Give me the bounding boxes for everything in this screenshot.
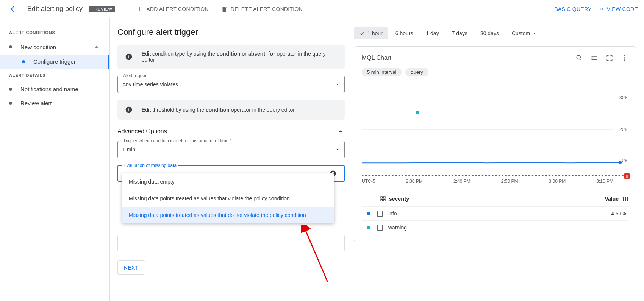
legend-header: severity Value [362,191,628,206]
dropdown-arrow-icon [335,147,340,152]
field-label: Alert trigger [122,73,148,78]
sidebar-item-label: Review alert [20,100,52,106]
time-range-30-days[interactable]: 30 days [475,27,504,39]
chart-chips: 5 min interval query [362,68,628,76]
field-label: Trigger when condition is met for this a… [122,138,233,143]
time-range-1-day[interactable]: 1 day [420,27,444,39]
svg-rect-4 [128,109,129,111]
svg-rect-1 [128,56,129,58]
legend-name: warning [388,225,624,231]
legend-value: - [624,225,626,231]
time-range-tabs: 1 hour 6 hours 1 day 7 days 30 days Cust… [354,27,636,39]
alert-trigger-select[interactable]: Alert trigger Any time series violates [117,76,345,93]
threshold-badge: 0 [624,173,630,179]
back-arrow-icon[interactable] [6,2,21,17]
add-condition-label: ADD ALERT CONDITION [146,6,209,12]
legend-checkbox-info[interactable] [377,211,383,217]
main-layout: ALERT CONDITIONS New condition Configure… [0,18,644,301]
time-range-6-hours[interactable]: 6 hours [390,27,419,39]
sidebar-item-new-condition[interactable]: New condition [0,39,109,55]
svg-rect-20 [625,197,626,201]
info-icon [125,53,133,61]
svg-rect-15 [381,197,383,198]
sidebar-item-review-alert[interactable]: Review alert [0,96,109,110]
dot-icon [9,45,12,48]
legend-row-info[interactable]: info 4.51% [362,206,628,220]
legend-name: info [388,211,611,217]
chart-tools [575,54,628,62]
chart-x-axis: UTC-5 2:30 PM 2:40 PM 2:50 PM 3:00 PM 3:… [362,179,628,184]
legend-col-severity: severity [389,196,409,202]
zoom-reset-icon[interactable] [575,54,583,62]
fullscreen-icon[interactable] [606,54,613,62]
dot-icon [9,88,12,91]
dropdown-option-missing-empty[interactable]: Missing data empty [122,173,334,190]
svg-rect-5 [128,108,129,109]
time-range-1-hour[interactable]: 1 hour [354,27,388,39]
check-icon [359,30,365,36]
x-tick-label: 3:00 PM [549,179,566,184]
svg-rect-19 [623,197,624,201]
chart-settings-icon[interactable] [591,54,598,62]
view-code-button[interactable]: VIEW CODE [598,6,638,12]
legend-row-warning[interactable]: warning - [362,220,628,234]
info-box-threshold: Edit threshold by using the condition op… [117,100,345,120]
legend-value: 4.51% [611,211,626,217]
placeholder-box [117,235,345,251]
legend-checkbox-warning[interactable] [377,225,383,231]
configure-heading: Configure alert trigger [117,27,345,37]
dropdown-option-missing-violate[interactable]: Missing data points treated as values th… [122,190,334,207]
sidebar: ALERT CONDITIONS New condition Configure… [0,18,110,301]
chip-query: query [405,68,428,76]
evaluation-missing-data-dropdown: Missing data empty Missing data points t… [122,173,334,223]
svg-point-13 [619,161,622,164]
top-actions: ADD ALERT CONDITION DELETE ALERT CONDITI… [136,6,303,12]
sidebar-section-alert-conditions: ALERT CONDITIONS [0,26,109,39]
configure-column: Configure alert trigger Edit condition t… [117,27,345,292]
next-button[interactable]: NEXT [117,260,145,275]
legend-col-value: Value [605,196,619,202]
info-icon [125,106,133,114]
x-tick-label: 2:40 PM [453,179,470,184]
field-value: 1 min [122,147,335,153]
dropdown-arrow-icon [335,82,340,87]
trigger-duration-select[interactable]: Trigger when condition is met for this a… [117,141,345,158]
field-label: Evaluation of missing data [122,163,178,168]
chart-column: 1 hour 6 hours 1 day 7 days 30 days Cust… [354,27,636,292]
dot-icon [9,102,12,105]
page-title: Edit alerting policy [27,5,83,13]
chart-plot-area[interactable]: 30% 20% 10% 0 [362,82,628,176]
legend-head-severity: severity [380,196,409,202]
chip-interval: 5 min interval [362,68,402,76]
more-menu-icon[interactable] [621,54,628,62]
dropdown-option-missing-not-violate[interactable]: Missing data points treated as values th… [122,207,334,223]
sidebar-item-configure-trigger[interactable]: Configure trigger [0,55,109,69]
chart-title: MQL Chart [362,55,575,61]
advanced-options-toggle[interactable]: Advanced Options [117,127,345,136]
chart-card: MQL Chart 5 min interval query [354,46,636,242]
x-tick-label: 3:10 PM [596,179,613,184]
svg-rect-16 [383,197,385,198]
preview-chip: PREVIEW [89,6,115,12]
x-tick-label: 2:50 PM [501,179,518,184]
legend-swatch-warning [362,227,370,228]
delete-alert-condition-button[interactable]: DELETE ALERT CONDITION [221,6,303,12]
basic-query-button[interactable]: BASIC QUERY [554,6,591,12]
content: Configure alert trigger Edit condition t… [110,18,644,301]
chart-svg [362,82,628,176]
columns-icon[interactable] [622,196,628,202]
view-code-label: VIEW CODE [607,6,638,12]
chevron-up-icon [336,127,345,136]
code-icon [598,6,605,12]
svg-rect-21 [627,197,628,201]
add-alert-condition-button[interactable]: ADD ALERT CONDITION [136,6,209,12]
x-tick-label: 2:30 PM [406,179,423,184]
sidebar-item-notifications[interactable]: Notifications and name [0,82,109,96]
dropdown-arrow-icon [532,31,537,36]
info-box-condition-type: Edit condition type by using the conditi… [117,45,345,69]
time-range-custom[interactable]: Custom [506,27,542,39]
time-range-7-days[interactable]: 7 days [447,27,473,39]
svg-rect-14 [416,111,419,114]
sidebar-item-label: Notifications and name [20,86,78,92]
info-text: Edit condition type by using the conditi… [142,51,337,63]
